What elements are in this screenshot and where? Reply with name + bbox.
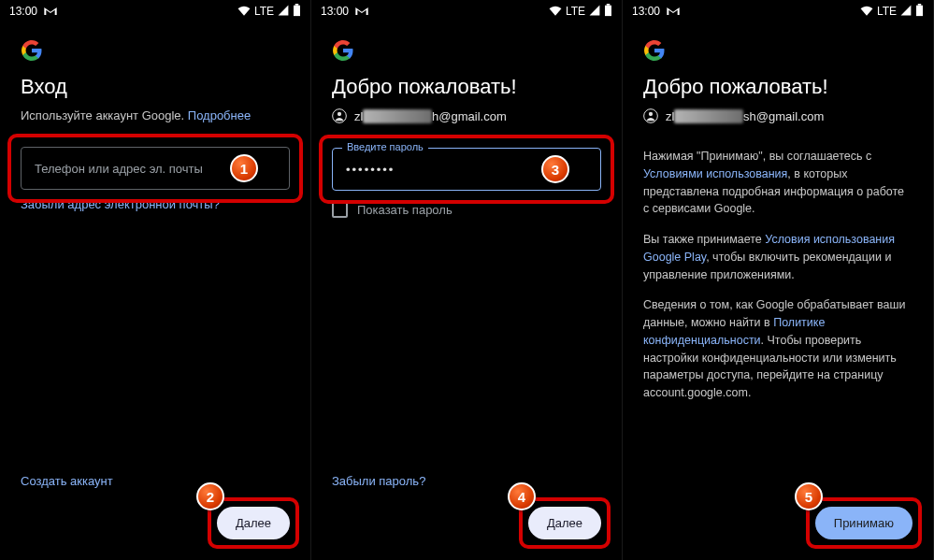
screen-password: 13:00 LTE Добро пожаловать! zl████████h@… (311, 0, 623, 560)
gmail-icon (666, 6, 681, 17)
svg-rect-0 (294, 5, 300, 15)
terms-link[interactable]: Условиями использования (643, 167, 787, 180)
screen-signin: 13:00 LTE Вход Используйте аккаунт Googl… (0, 0, 311, 560)
forgot-email-link[interactable]: Забыли адрес электронной почты? (21, 197, 290, 211)
account-chip[interactable]: zl████████h@gmail.com (332, 108, 601, 123)
status-time: 13:00 (632, 5, 660, 18)
svg-point-5 (338, 112, 341, 116)
page-title: Вход (21, 75, 290, 99)
subtitle: Используйте аккаунт Google. Подробнее (21, 108, 290, 122)
status-time: 13:00 (321, 5, 349, 18)
page-title: Добро пожаловать! (332, 75, 601, 99)
svg-rect-2 (605, 5, 611, 15)
battery-icon (604, 4, 612, 20)
status-lte: LTE (254, 5, 274, 18)
status-time: 13:00 (9, 5, 37, 18)
accept-button[interactable]: Принимаю (815, 507, 912, 539)
status-bar: 13:00 LTE (623, 0, 933, 22)
status-bar: 13:00 LTE (0, 0, 310, 22)
status-lte: LTE (566, 5, 585, 18)
gmail-icon (354, 6, 369, 17)
wifi-icon (549, 5, 562, 19)
gmail-icon (43, 6, 58, 17)
forgot-password-link[interactable]: Забыли пароль? (332, 474, 425, 488)
step-badge-4: 4 (508, 482, 536, 510)
screen-consent: 13:00 LTE Добро пожаловать! zl████████sh… (623, 0, 934, 560)
status-bar: 13:00 LTE (311, 0, 622, 22)
google-logo-icon (21, 39, 43, 62)
consent-paragraph-3: Сведения о том, как Google обрабатывает … (643, 296, 912, 402)
show-password-label: Показать пароль (357, 203, 453, 217)
user-icon (643, 108, 658, 123)
user-icon (332, 108, 347, 123)
email-display: zl████████h@gmail.com (354, 109, 507, 123)
password-label: Введите пароль (342, 141, 428, 152)
next-button[interactable]: Далее (217, 507, 290, 539)
google-logo-icon (332, 39, 354, 62)
google-logo-icon (643, 39, 666, 62)
next-button[interactable]: Далее (528, 507, 601, 539)
checkbox-box (332, 202, 348, 218)
email-placeholder: Телефон или адрес эл. почты (35, 162, 203, 176)
account-chip[interactable]: zl████████sh@gmail.com (643, 108, 912, 123)
status-lte: LTE (877, 5, 897, 18)
step-badge-3: 3 (541, 155, 569, 183)
wifi-icon (860, 5, 873, 19)
svg-rect-1 (295, 4, 299, 6)
show-password-checkbox[interactable]: Показать пароль (332, 202, 601, 218)
svg-rect-6 (916, 5, 923, 15)
page-title: Добро пожаловать! (643, 75, 912, 99)
battery-icon (293, 4, 301, 20)
svg-rect-7 (918, 4, 922, 6)
learn-more-link[interactable]: Подробнее (188, 108, 251, 122)
consent-paragraph-1: Нажимая "Принимаю", вы соглашаетесь с Ус… (643, 148, 912, 218)
wifi-icon (237, 5, 251, 19)
step-badge-5: 5 (795, 482, 823, 510)
signal-icon (278, 5, 289, 19)
step-badge-2: 2 (196, 482, 224, 510)
create-account-link[interactable]: Создать аккаунт (21, 474, 113, 488)
password-value: •••••••• (346, 163, 395, 177)
signal-icon (900, 5, 912, 19)
svg-point-9 (649, 112, 653, 116)
consent-paragraph-2: Вы также принимаете Условия использовани… (643, 231, 912, 283)
step-badge-1: 1 (230, 154, 258, 182)
svg-rect-3 (607, 4, 611, 6)
battery-icon (915, 4, 924, 20)
email-display: zl████████sh@gmail.com (666, 109, 824, 123)
signal-icon (589, 5, 600, 19)
